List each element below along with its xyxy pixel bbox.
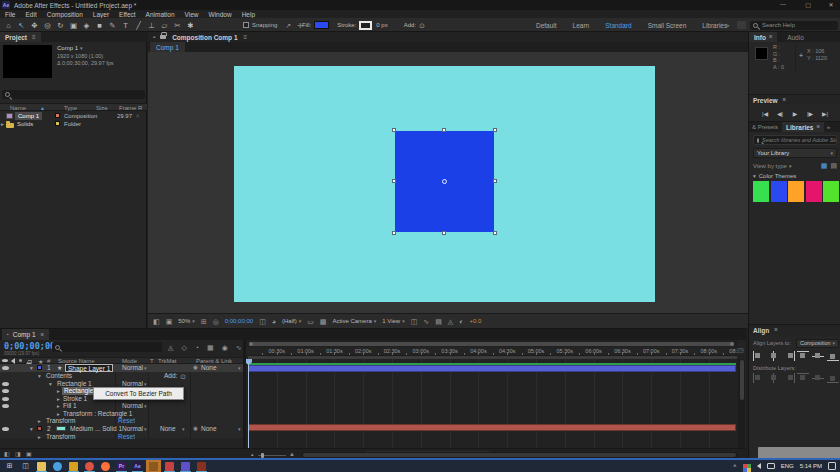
- menu-edit[interactable]: Edit: [20, 11, 41, 18]
- maroon-app-icon[interactable]: [194, 460, 209, 472]
- twirl-icon[interactable]: ▸: [38, 418, 41, 424]
- parent-dropdown[interactable]: None: [201, 425, 217, 432]
- clone-stamp-tool-icon[interactable]: ⊥: [145, 21, 158, 30]
- libraries-search-box[interactable]: Search libraries and Adobe Stoc: [753, 135, 837, 145]
- current-time[interactable]: 0;00;00;00: [225, 318, 253, 324]
- layer-name[interactable]: Medium ... Solid 1: [70, 425, 122, 432]
- snap-along-edges-icon[interactable]: ↗: [285, 22, 291, 29]
- menu-help[interactable]: Help: [237, 11, 260, 18]
- eye-icon[interactable]: [2, 427, 9, 431]
- menu-animation[interactable]: Animation: [141, 11, 180, 18]
- align-right-button[interactable]: [783, 351, 795, 361]
- camera-view-dropdown[interactable]: Active Camera▾: [332, 318, 376, 324]
- first-frame-button[interactable]: |◀: [759, 110, 771, 117]
- snapping-checkbox[interactable]: [243, 22, 249, 28]
- panel-menu-icon[interactable]: ≡: [769, 34, 772, 40]
- align-vertical-center-button[interactable]: [812, 351, 824, 361]
- zoom-in-mountain-icon[interactable]: ▲: [289, 451, 295, 457]
- mask-visibility-icon[interactable]: ◎: [213, 318, 219, 325]
- twirl-icon[interactable]: ▸: [57, 396, 60, 402]
- project-row-folder[interactable]: ▸ Solids Folder: [0, 120, 147, 128]
- timeline-zoom-thumb[interactable]: [261, 453, 264, 458]
- column-name[interactable]: Name: [10, 105, 26, 111]
- zoom-tool-icon[interactable]: ◎: [41, 21, 54, 30]
- purple-app-icon[interactable]: [178, 460, 193, 472]
- align-to-dropdown[interactable]: Composition ▾: [796, 339, 839, 348]
- vertical-scrollbar-thumb[interactable]: [740, 360, 744, 400]
- fast-previews-icon[interactable]: ∿: [423, 318, 429, 325]
- puppet-pin-tool-icon[interactable]: ✱: [184, 21, 197, 30]
- twirl-icon[interactable]: ▸: [57, 388, 60, 394]
- sort-ascending-icon[interactable]: ▲: [40, 105, 45, 111]
- start-button[interactable]: ⊞: [2, 460, 17, 472]
- handle-bottom-right[interactable]: [493, 231, 497, 235]
- edge-browser-icon[interactable]: [50, 460, 65, 472]
- rectangle1-row[interactable]: ▾ Rectangle 1 Normal ▾: [0, 380, 246, 388]
- camera-tool-icon[interactable]: ▣: [67, 21, 80, 30]
- network-icon[interactable]: [767, 463, 775, 469]
- home-tool-icon[interactable]: ⌂: [2, 21, 15, 30]
- twirl-icon[interactable]: ▾: [49, 381, 52, 387]
- current-time-display[interactable]: 0;00;00;00: [4, 341, 55, 351]
- project-row-comp[interactable]: Comp 1 Composition 29.97 ⑃: [0, 112, 147, 120]
- color-theme-swatch[interactable]: [788, 181, 804, 202]
- grid-view-icon[interactable]: ▦: [821, 162, 828, 170]
- handle-middle-right[interactable]: [493, 179, 497, 183]
- notification-center-icon[interactable]: [828, 462, 836, 470]
- timeline-button-icon[interactable]: ▤: [435, 318, 442, 325]
- exposure-value[interactable]: +0.0: [469, 318, 481, 324]
- time-ruler[interactable]: 00:30s01:00s01:30s02:00s02:30s03:00s03:3…: [246, 347, 738, 356]
- eye-icon[interactable]: [2, 389, 9, 393]
- resolution-dropdown[interactable]: (Half)▾: [282, 318, 301, 324]
- transform2-row[interactable]: ▸ Transform Reset: [0, 433, 246, 441]
- library-select[interactable]: Your Library ▾: [753, 148, 837, 158]
- preview-header[interactable]: Preview ≡: [749, 95, 840, 105]
- project-comp-name[interactable]: Comp 1: [57, 45, 78, 51]
- timeline-tab-comp1[interactable]: ▪ Comp 1 ≡: [2, 329, 49, 340]
- horizontal-scrollbar[interactable]: [302, 452, 738, 458]
- after-effects-icon[interactable]: Ae: [130, 460, 145, 472]
- view-layout-dropdown[interactable]: 1 View▾: [382, 318, 404, 324]
- navigator-end-handle[interactable]: [730, 342, 734, 346]
- file-explorer-icon[interactable]: [34, 460, 49, 472]
- blend-mode-dropdown[interactable]: Normal: [122, 380, 143, 387]
- mode-dropdown[interactable]: Normal: [122, 364, 143, 371]
- rectangle-tool-icon[interactable]: ■: [93, 21, 106, 30]
- twirl-icon[interactable]: ▸: [57, 411, 60, 417]
- eye-icon[interactable]: [2, 382, 9, 386]
- layer-name-edit[interactable]: Shape Layer 1: [65, 364, 113, 372]
- stroke-width-value[interactable]: 0 px: [376, 22, 387, 28]
- pixel-aspect-icon[interactable]: ◫: [411, 318, 418, 325]
- choose-grid-guides-icon[interactable]: ⊞: [201, 318, 207, 325]
- panel-menu-icon[interactable]: ≡: [816, 124, 819, 130]
- viewer-pasteboard[interactable]: [148, 52, 748, 313]
- reset-link[interactable]: Reset: [118, 417, 135, 424]
- eye-icon[interactable]: [2, 404, 9, 408]
- show-channel-icon[interactable]: ◕: [272, 318, 276, 325]
- color-themes-header[interactable]: ▾ Color Themes: [753, 172, 796, 180]
- tray-expand-icon[interactable]: ˄: [733, 463, 737, 469]
- column-frame-rate[interactable]: Frame R: [119, 105, 142, 111]
- tray-language[interactable]: ENG: [781, 463, 794, 469]
- roto-brush-tool-icon[interactable]: ✂: [171, 21, 184, 30]
- volume-icon[interactable]: [757, 463, 761, 469]
- tab-info[interactable]: Info ≡: [749, 32, 777, 42]
- parent-pickwhip-icon[interactable]: ◉: [193, 426, 198, 432]
- twirl-icon[interactable]: ▾: [30, 426, 33, 432]
- maximize-button[interactable]: ▢: [801, 1, 815, 8]
- menu-window[interactable]: Window: [204, 11, 237, 18]
- expand-transfer-controls-icon[interactable]: ◨: [15, 451, 21, 457]
- list-view-icon[interactable]: ▤: [830, 162, 837, 170]
- handle-bottom-left[interactable]: [392, 231, 396, 235]
- transparency-grid-icon[interactable]: ▩: [320, 318, 327, 325]
- handle-top-center[interactable]: [442, 128, 446, 132]
- firefox-browser-icon[interactable]: [98, 460, 113, 472]
- menu-item-convert-to-bezier-path[interactable]: Convert To Bezier Path: [105, 390, 172, 397]
- panel-menu-icon[interactable]: ≡: [244, 34, 248, 40]
- graph-editor-icon[interactable]: ∿: [236, 344, 242, 351]
- layer-color-chip[interactable]: [37, 365, 42, 370]
- magnification-ratio-dropdown[interactable]: 50%▾: [178, 318, 195, 324]
- timeline-search-box[interactable]: [52, 342, 162, 352]
- main-viewer-icon[interactable]: ▣: [166, 318, 173, 325]
- workspace-default[interactable]: Default: [528, 22, 565, 29]
